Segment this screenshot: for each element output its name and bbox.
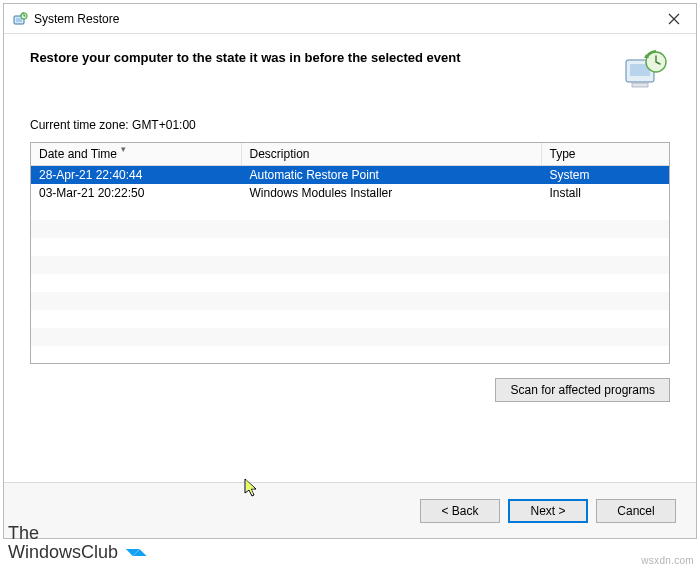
wizard-footer: < Back Next > Cancel bbox=[4, 482, 696, 538]
col-header-label: Date and Time bbox=[39, 147, 117, 161]
content-area: Restore your computer to the state it wa… bbox=[4, 34, 696, 412]
page-heading: Restore your computer to the state it wa… bbox=[30, 48, 622, 65]
windowsclub-square-icon: ◢◤ bbox=[125, 541, 148, 564]
table-row-empty bbox=[31, 256, 669, 274]
table-cell: 03-Mar-21 20:22:50 bbox=[31, 184, 241, 202]
table-cell: Install bbox=[541, 184, 669, 202]
watermark-line2: WindowsClub bbox=[8, 542, 118, 562]
table-row-empty bbox=[31, 238, 669, 256]
cancel-button[interactable]: Cancel bbox=[596, 499, 676, 523]
table-cell: System bbox=[541, 165, 669, 184]
table-row-empty bbox=[31, 292, 669, 310]
system-restore-window: System Restore Restore your computer to … bbox=[3, 3, 697, 539]
titlebar: System Restore bbox=[4, 4, 696, 34]
next-button[interactable]: Next > bbox=[508, 499, 588, 523]
restore-points-table[interactable]: Date and Time ▾ Description Type 28-Apr-… bbox=[30, 142, 670, 364]
close-button[interactable] bbox=[651, 4, 696, 33]
header-row: Restore your computer to the state it wa… bbox=[30, 48, 670, 90]
table-row-empty bbox=[31, 310, 669, 328]
table-row-empty bbox=[31, 202, 669, 220]
col-header-description[interactable]: Description bbox=[241, 143, 541, 165]
source-mark: wsxdn.com bbox=[641, 555, 694, 566]
table-cell: Windows Modules Installer bbox=[241, 184, 541, 202]
col-header-date[interactable]: Date and Time ▾ bbox=[31, 143, 241, 165]
table-row-empty bbox=[31, 220, 669, 238]
timezone-label: Current time zone: GMT+01:00 bbox=[30, 118, 670, 132]
svg-rect-6 bbox=[632, 83, 648, 87]
back-button[interactable]: < Back bbox=[420, 499, 500, 523]
svg-rect-1 bbox=[16, 18, 22, 22]
col-header-type[interactable]: Type bbox=[541, 143, 669, 165]
sort-indicator-icon: ▾ bbox=[121, 144, 126, 154]
table-row-empty bbox=[31, 346, 669, 364]
table-cell: 28-Apr-21 22:40:44 bbox=[31, 165, 241, 184]
table-row-empty bbox=[31, 328, 669, 346]
table-row[interactable]: 28-Apr-21 22:40:44Automatic Restore Poin… bbox=[31, 165, 669, 184]
window-title: System Restore bbox=[34, 12, 651, 26]
table-row-empty bbox=[31, 274, 669, 292]
scan-affected-button[interactable]: Scan for affected programs bbox=[495, 378, 670, 402]
table-row[interactable]: 03-Mar-21 20:22:50Windows Modules Instal… bbox=[31, 184, 669, 202]
table-cell: Automatic Restore Point bbox=[241, 165, 541, 184]
restore-point-icon bbox=[622, 48, 670, 90]
scan-row: Scan for affected programs bbox=[30, 378, 670, 402]
system-restore-icon bbox=[12, 11, 28, 27]
table-header-row: Date and Time ▾ Description Type bbox=[31, 143, 669, 165]
